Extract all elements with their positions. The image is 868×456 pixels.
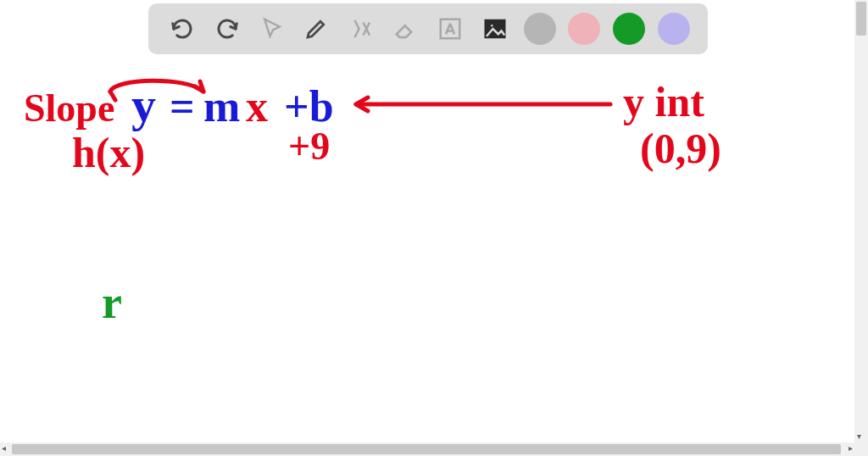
annotation-arrows <box>0 0 854 442</box>
svg-point-2 <box>490 24 494 28</box>
horizontal-scrollbar-thumb[interactable] <box>12 444 841 454</box>
eq-x: x <box>246 85 268 129</box>
vertical-scrollbar[interactable]: ▾ <box>854 0 868 442</box>
green-mark: r <box>102 280 122 325</box>
eq-y: y <box>131 81 156 130</box>
horizontal-scrollbar[interactable]: ◂ ▸ <box>0 442 854 456</box>
whiteboard-canvas[interactable]: Slope y = m x +b h(x) +9 y int (0,9) r <box>0 0 854 442</box>
image-icon[interactable] <box>479 13 511 45</box>
undo-icon[interactable] <box>166 13 198 45</box>
eq-m: m <box>203 85 240 129</box>
svg-rect-0 <box>441 19 460 39</box>
yint-point: (0,9) <box>640 127 721 170</box>
color-gray[interactable] <box>524 13 556 45</box>
vertical-scrollbar-thumb[interactable] <box>856 2 866 36</box>
color-pink[interactable] <box>568 13 600 45</box>
color-lilac[interactable] <box>658 13 690 45</box>
pointer-icon[interactable] <box>256 13 288 45</box>
math-tools-icon[interactable] <box>345 13 377 45</box>
hx-label: h(x) <box>72 131 145 174</box>
yint-label: y int <box>623 81 704 123</box>
toolbar <box>148 3 708 54</box>
slope-label: Slope <box>24 89 114 128</box>
plus-nine: +9 <box>288 127 330 166</box>
viewport: Slope y = m x +b h(x) +9 y int (0,9) r ▾… <box>0 0 868 456</box>
scroll-left-icon[interactable]: ◂ <box>2 443 6 453</box>
eq-plus-b: +b <box>284 85 334 129</box>
scroll-corner <box>854 442 868 456</box>
scroll-right-icon[interactable]: ▸ <box>849 443 853 453</box>
eq-equals: = <box>170 85 195 129</box>
text-icon[interactable] <box>434 13 466 45</box>
eraser-icon[interactable] <box>390 13 422 45</box>
scroll-down-icon[interactable]: ▾ <box>857 431 861 441</box>
color-green[interactable] <box>613 13 645 45</box>
pen-icon[interactable] <box>300 13 332 45</box>
redo-icon[interactable] <box>211 13 243 45</box>
